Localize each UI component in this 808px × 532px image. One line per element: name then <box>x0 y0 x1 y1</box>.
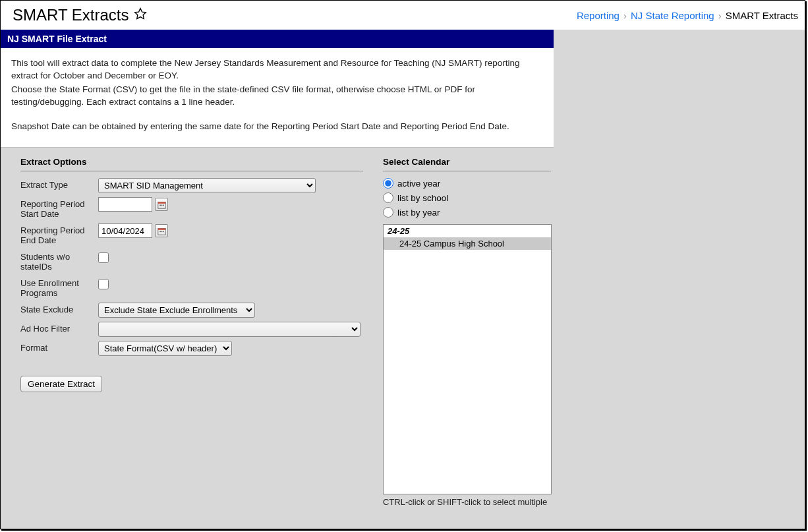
svg-rect-3 <box>159 204 161 206</box>
start-date-input[interactable] <box>98 197 152 212</box>
breadcrumb-current: SMART Extracts <box>726 10 798 21</box>
extract-type-select[interactable]: SMART SID Management <box>98 178 316 193</box>
chevron-right-icon: › <box>623 10 627 21</box>
state-exclude-label: State Exclude <box>20 303 98 315</box>
multi-select-hint: CTRL-click or SHIFT-click to select mult… <box>383 497 551 507</box>
generate-extract-button[interactable]: Generate Extract <box>20 376 102 392</box>
radio-list-by-school[interactable]: list by school <box>383 192 551 203</box>
svg-rect-5 <box>163 204 164 206</box>
panel-header: NJ SMART File Extract <box>1 30 554 48</box>
breadcrumb-link-reporting[interactable]: Reporting <box>577 10 620 21</box>
format-label: Format <box>20 341 98 353</box>
calendar-icon[interactable] <box>155 224 168 237</box>
adhoc-label: Ad Hoc Filter <box>20 322 98 334</box>
radio-active-year[interactable]: active year <box>383 178 551 189</box>
favorite-star-icon[interactable] <box>134 7 147 23</box>
svg-marker-0 <box>135 9 146 19</box>
adhoc-select[interactable] <box>98 322 361 337</box>
svg-rect-7 <box>158 228 165 229</box>
calendar-item[interactable]: 24-25 Campus High School <box>384 237 551 250</box>
svg-rect-10 <box>163 231 164 232</box>
use-enroll-label: Use Enrollment Programs <box>20 276 98 299</box>
calendar-icon[interactable] <box>155 198 168 211</box>
format-select[interactable]: State Format(CSV w/ header) <box>98 341 232 356</box>
state-exclude-select[interactable]: Exclude State Exclude Enrollments <box>98 303 255 318</box>
use-enroll-checkbox[interactable] <box>98 279 109 289</box>
start-date-label: Reporting Period Start Date <box>20 197 98 220</box>
page-title: SMART Extracts <box>13 6 129 24</box>
svg-rect-4 <box>161 204 162 206</box>
svg-rect-2 <box>158 202 165 203</box>
end-date-label: Reporting Period End Date <box>20 223 98 246</box>
radio-list-by-year[interactable]: list by year <box>383 207 551 218</box>
svg-rect-9 <box>161 231 162 232</box>
intro-text: This tool will extract data to complete … <box>1 48 554 148</box>
calendar-year-group[interactable]: 24-25 <box>384 225 551 237</box>
svg-rect-8 <box>159 231 161 232</box>
students-wo-checkbox[interactable] <box>98 252 109 263</box>
chevron-right-icon: › <box>718 10 722 21</box>
extract-type-label: Extract Type <box>20 178 98 191</box>
students-wo-label: Students w/o stateIDs <box>20 250 98 272</box>
breadcrumb-link-nj-state[interactable]: NJ State Reporting <box>631 10 714 21</box>
extract-options-title: Extract Options <box>20 157 363 171</box>
breadcrumb: Reporting › NJ State Reporting › SMART E… <box>577 10 798 21</box>
calendar-listbox[interactable]: 24-25 24-25 Campus High School <box>383 224 552 494</box>
select-calendar-title: Select Calendar <box>383 157 551 171</box>
end-date-input[interactable] <box>98 223 152 238</box>
